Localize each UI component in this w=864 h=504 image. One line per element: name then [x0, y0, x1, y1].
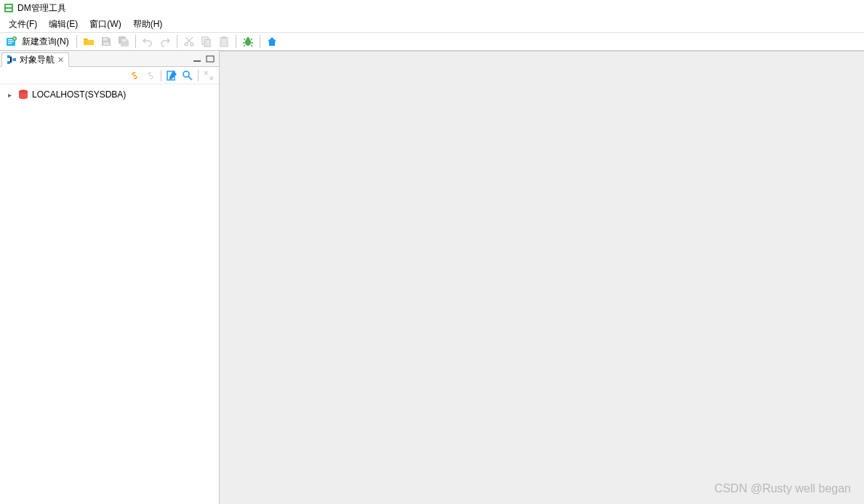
svg-point-25 — [183, 71, 189, 77]
database-icon — [17, 89, 29, 100]
maximize-view-icon[interactable] — [204, 54, 216, 64]
svg-rect-1 — [6, 5, 12, 7]
toolbar-separator — [236, 35, 236, 48]
toolbar-separator — [76, 35, 77, 48]
tab-strip-controls — [191, 54, 219, 64]
main-toolbar: 新建查询(N) — [0, 32, 864, 51]
save-all-icon — [116, 33, 132, 49]
chevron-right-icon[interactable]: ▸ — [4, 91, 15, 99]
undo-icon — [140, 33, 156, 49]
svg-rect-20 — [7, 61, 10, 64]
tree-icon — [7, 55, 17, 65]
collapse-all-icon — [201, 68, 216, 83]
sidebar-tab-strip: 对象导航 ✕ — [0, 51, 219, 67]
toolbar-separator — [260, 35, 260, 48]
workspace: 对象导航 ✕ — [0, 51, 864, 504]
sidebar-toolbar — [0, 67, 219, 84]
object-tree[interactable]: ▸ LOCALHOST(SYSDBA) — [0, 84, 219, 504]
svg-rect-14 — [204, 39, 210, 47]
new-query-icon[interactable] — [4, 33, 20, 49]
sidebar-separator — [198, 70, 199, 81]
object-nav-tab-label: 对象导航 — [20, 54, 55, 66]
svg-rect-16 — [222, 36, 226, 39]
svg-rect-21 — [13, 58, 16, 61]
app-title: DM管理工具 — [17, 2, 66, 15]
svg-rect-8 — [103, 38, 108, 41]
object-nav-tab[interactable]: 对象导航 ✕ — [1, 52, 69, 67]
svg-point-18 — [247, 37, 249, 40]
menu-bar: 文件(F) 编辑(E) 窗口(W) 帮助(H) — [0, 16, 864, 32]
home-icon[interactable] — [264, 33, 280, 49]
svg-rect-6 — [8, 43, 12, 44]
close-icon[interactable]: ✕ — [57, 55, 64, 65]
sidebar-separator — [161, 70, 161, 81]
search-icon[interactable] — [180, 68, 195, 83]
svg-rect-15 — [220, 38, 228, 47]
svg-point-11 — [185, 43, 188, 46]
svg-rect-22 — [193, 60, 201, 62]
menu-window[interactable]: 窗口(W) — [84, 17, 127, 32]
redo-icon — [157, 33, 173, 49]
menu-file[interactable]: 文件(F) — [3, 17, 43, 32]
toolbar-separator — [177, 35, 177, 48]
bug-icon[interactable] — [240, 33, 256, 49]
menu-edit[interactable]: 编辑(E) — [43, 17, 84, 32]
svg-rect-23 — [207, 56, 214, 62]
tree-node-label: LOCALHOST(SYSDBA) — [32, 89, 126, 100]
title-bar: DM管理工具 — [0, 0, 864, 16]
save-icon — [98, 33, 114, 49]
link-disabled-icon — [143, 68, 158, 83]
editor-area — [220, 51, 864, 504]
open-folder-icon[interactable] — [81, 33, 97, 49]
new-query-button[interactable]: 新建查询(N) — [22, 36, 69, 48]
menu-help[interactable]: 帮助(H) — [127, 17, 169, 32]
sidebar-panel: 对象导航 ✕ — [0, 51, 220, 504]
app-icon — [3, 2, 15, 14]
svg-rect-10 — [122, 39, 126, 41]
svg-rect-9 — [103, 42, 109, 45]
link-icon[interactable] — [127, 68, 142, 83]
svg-rect-2 — [6, 9, 12, 11]
toolbar-separator — [135, 35, 136, 48]
tree-node-localhost[interactable]: ▸ LOCALHOST(SYSDBA) — [0, 87, 219, 102]
edit-icon[interactable] — [164, 68, 179, 83]
svg-rect-19 — [7, 55, 10, 58]
copy-icon — [199, 33, 215, 49]
svg-rect-5 — [8, 41, 14, 42]
paste-icon — [216, 33, 232, 49]
minimize-view-icon[interactable] — [191, 54, 203, 64]
cut-icon — [181, 33, 197, 49]
svg-rect-0 — [4, 4, 13, 12]
svg-point-12 — [191, 43, 193, 46]
